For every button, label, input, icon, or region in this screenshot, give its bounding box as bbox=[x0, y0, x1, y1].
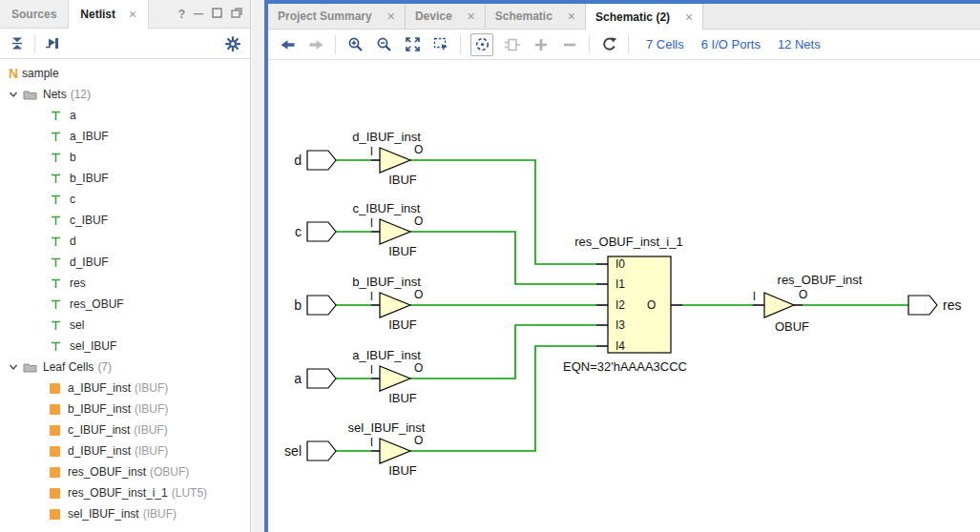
collapse-all-icon[interactable] bbox=[8, 34, 27, 53]
minimize-icon[interactable]: — bbox=[194, 9, 203, 19]
net-item[interactable]: a_IBUF bbox=[0, 126, 250, 147]
pin-label: O bbox=[414, 434, 423, 447]
net-item[interactable]: b_IBUF bbox=[0, 168, 250, 189]
maximize-icon[interactable] bbox=[212, 8, 222, 21]
cell-icon bbox=[50, 404, 60, 415]
nets-folder-row[interactable]: Nets (12) bbox=[0, 84, 250, 105]
ibuf-c[interactable] bbox=[380, 219, 410, 244]
zoom-out-icon[interactable] bbox=[374, 35, 393, 54]
tab-device[interactable]: Device × bbox=[406, 4, 486, 29]
ibuf-sel[interactable] bbox=[380, 439, 410, 463]
schematic-canvas[interactable]: d c b a sel d_IBUF_inst I O IBUF c_IBUF_… bbox=[268, 60, 980, 532]
toolbar-separator bbox=[589, 35, 590, 54]
help-icon[interactable]: ? bbox=[178, 8, 185, 21]
cell-icon bbox=[50, 488, 60, 499]
net-item[interactable]: res bbox=[0, 273, 250, 294]
cell-icon bbox=[50, 446, 60, 457]
close-icon[interactable]: × bbox=[129, 7, 136, 22]
port-a-label: a bbox=[294, 371, 302, 386]
ibuf-sel-name: sel_IBUF_inst bbox=[348, 420, 426, 435]
pin-label: I0 bbox=[615, 257, 625, 271]
close-icon[interactable]: × bbox=[387, 9, 395, 24]
ibuf-b[interactable] bbox=[380, 293, 410, 317]
leaf-cell-item[interactable]: a_IBUF_inst(IBUF) bbox=[0, 378, 250, 399]
float-icon[interactable] bbox=[231, 8, 242, 21]
tree-root-label: sample bbox=[22, 67, 59, 80]
netlist-root-icon: N bbox=[9, 66, 22, 81]
ibuf-a[interactable] bbox=[380, 366, 410, 391]
close-icon[interactable]: × bbox=[568, 9, 575, 24]
forward-icon[interactable] bbox=[306, 35, 325, 54]
net-icon bbox=[50, 235, 62, 248]
leaf-cell-item[interactable]: res_OBUF_inst(OBUF) bbox=[0, 461, 250, 482]
autofit-selection-icon bbox=[472, 35, 491, 54]
refresh-icon[interactable] bbox=[599, 35, 618, 54]
toolbar-separator bbox=[335, 35, 336, 54]
zoom-fit-icon[interactable] bbox=[403, 35, 422, 54]
minus-icon[interactable] bbox=[560, 35, 579, 54]
settings-gear-icon[interactable] bbox=[223, 34, 242, 53]
tab-project-summary[interactable]: Project Summary × bbox=[268, 4, 406, 29]
port-res[interactable] bbox=[908, 296, 937, 315]
toolbar-separator bbox=[34, 34, 35, 53]
net-item[interactable]: a bbox=[0, 105, 250, 126]
chevron-down-icon[interactable] bbox=[8, 361, 19, 373]
net-item[interactable]: c_IBUF bbox=[0, 210, 250, 231]
net-item[interactable]: sel bbox=[0, 315, 250, 336]
net-icon bbox=[50, 214, 62, 227]
folder-icon bbox=[23, 361, 37, 373]
cells-link[interactable]: 7 Cells bbox=[646, 37, 684, 51]
net-item[interactable]: d bbox=[0, 231, 250, 252]
panel-divider[interactable] bbox=[252, 0, 264, 532]
close-icon[interactable]: × bbox=[468, 9, 475, 24]
leaf-cell-item[interactable]: sel_IBUF_inst(IBUF) bbox=[0, 503, 250, 524]
close-icon[interactable]: × bbox=[685, 10, 693, 25]
port-c[interactable] bbox=[307, 222, 336, 241]
plus-icon[interactable] bbox=[532, 35, 551, 54]
lut5-name: res_OBUF_inst_i_1 bbox=[574, 235, 682, 249]
leaf-cells-label: Leaf Cells bbox=[43, 360, 94, 374]
tab-netlist[interactable]: Netlist × bbox=[68, 0, 149, 29]
left-tab-bar: Sources Netlist × ? — bbox=[0, 0, 250, 29]
port-d[interactable] bbox=[307, 151, 336, 170]
expand-scroll-to-icon[interactable] bbox=[43, 34, 62, 53]
io-ports-link[interactable]: 6 I/O Ports bbox=[701, 37, 761, 51]
net-icon bbox=[50, 172, 62, 185]
zoom-selection-icon[interactable] bbox=[431, 35, 450, 54]
net-item[interactable]: b bbox=[0, 147, 250, 168]
net-item[interactable]: c bbox=[0, 189, 250, 210]
net-icon bbox=[50, 318, 62, 332]
obuf-res[interactable] bbox=[764, 293, 794, 317]
autofit-selection-button[interactable] bbox=[470, 33, 493, 56]
tree-root-row[interactable]: N sample bbox=[0, 63, 250, 84]
ibuf-b-name: b_IBUF_inst bbox=[352, 275, 421, 289]
port-a[interactable] bbox=[307, 369, 336, 388]
net-item[interactable]: res_OBUF bbox=[0, 294, 250, 315]
leaf-cell-item[interactable]: c_IBUF_inst(IBUF) bbox=[0, 419, 250, 440]
cell-icon bbox=[50, 467, 60, 478]
net-item[interactable]: sel_IBUF bbox=[0, 336, 250, 357]
port-b[interactable] bbox=[307, 296, 336, 315]
leaf-cells-folder-row[interactable]: Leaf Cells (7) bbox=[0, 357, 250, 378]
net-icon bbox=[50, 109, 62, 122]
chevron-down-icon[interactable] bbox=[8, 89, 19, 100]
leaf-cell-item[interactable]: b_IBUF_inst(IBUF) bbox=[0, 399, 250, 419]
schematic-drawing: d c b a sel d_IBUF_inst I O IBUF c_IBUF_… bbox=[268, 60, 980, 532]
zoom-in-icon[interactable] bbox=[345, 35, 365, 54]
net-item[interactable]: d_IBUF bbox=[0, 252, 250, 273]
leaf-cell-item[interactable]: res_OBUF_inst_i_1(LUT5) bbox=[0, 482, 250, 503]
port-sel[interactable] bbox=[307, 441, 336, 460]
toolbar-separator bbox=[460, 35, 461, 54]
nets-link[interactable]: 12 Nets bbox=[778, 37, 821, 51]
tab-sources[interactable]: Sources bbox=[0, 0, 68, 28]
pin-label: I bbox=[370, 145, 373, 158]
tab-schematic-2[interactable]: Schematic (2) × bbox=[586, 4, 703, 30]
pin-label: I1 bbox=[615, 277, 625, 291]
back-icon[interactable] bbox=[278, 35, 297, 54]
tab-schematic[interactable]: Schematic × bbox=[486, 4, 586, 29]
leaf-cell-item[interactable]: d_IBUF_inst(IBUF) bbox=[0, 440, 250, 461]
pin-label: I2 bbox=[615, 298, 625, 312]
ibuf-d[interactable] bbox=[380, 148, 410, 173]
pin-label: I bbox=[370, 436, 373, 449]
add-cell-icon[interactable] bbox=[503, 35, 522, 54]
